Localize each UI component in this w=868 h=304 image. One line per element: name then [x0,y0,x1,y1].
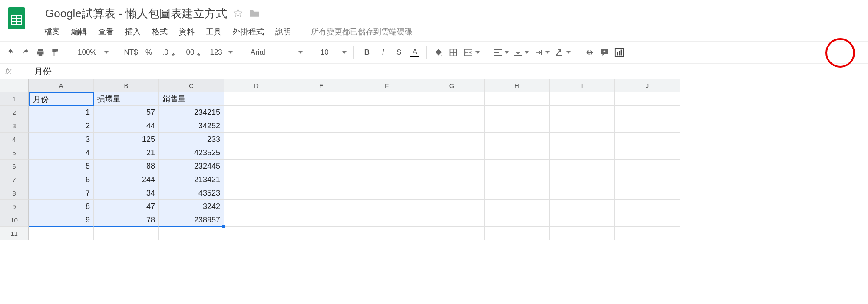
cell[interactable] [485,106,550,119]
cell[interactable] [419,146,485,160]
cell[interactable] [485,119,550,133]
save-status[interactable]: 所有變更都已儲存到雲端硬碟 [311,26,413,37]
cell[interactable] [550,146,615,160]
zoom-dropdown[interactable]: 100% [72,45,111,60]
cell[interactable] [354,200,419,213]
number-format-dropdown[interactable]: 123 [204,45,235,60]
menu-item[interactable]: 插入 [125,26,141,37]
formula-input[interactable]: 月份 [34,65,52,77]
cell[interactable] [354,133,419,146]
cell[interactable] [419,213,485,227]
cell[interactable]: 44 [94,119,159,133]
cell[interactable]: 6 [29,173,94,186]
cell[interactable] [289,133,354,146]
cell[interactable] [354,146,419,160]
italic-button[interactable]: I [376,45,390,60]
bold-button[interactable]: B [358,45,376,60]
menu-item[interactable]: 外掛程式 [233,26,264,37]
insert-chart-button[interactable] [612,45,627,60]
menu-item[interactable]: 資料 [179,26,195,37]
cell[interactable]: 5 [29,160,94,173]
cell[interactable] [485,160,550,173]
vertical-align-button[interactable] [512,45,531,60]
redo-button[interactable] [18,45,33,60]
column-header[interactable]: G [419,79,485,92]
star-icon[interactable] [233,8,243,19]
cell[interactable] [419,119,485,133]
insert-link-button[interactable] [582,45,597,60]
cell[interactable] [224,160,289,173]
cell[interactable] [354,92,419,106]
cell[interactable] [224,200,289,213]
cell[interactable] [615,133,680,146]
cell[interactable]: 234215 [159,106,224,119]
cell[interactable] [354,213,419,227]
cell[interactable] [224,146,289,160]
cell[interactable]: 423525 [159,146,224,160]
cell[interactable] [550,186,615,200]
cell[interactable] [224,173,289,186]
menu-item[interactable]: 編輯 [71,26,87,37]
cell[interactable] [94,227,159,240]
cell[interactable] [550,227,615,240]
cell[interactable]: 78 [94,213,159,227]
font-size-dropdown[interactable]: 10 [314,45,349,60]
cell[interactable]: 57 [94,106,159,119]
print-button[interactable] [33,45,48,60]
cell[interactable]: 3242 [159,200,224,213]
row-header[interactable]: 6 [0,160,29,173]
cell[interactable] [485,146,550,160]
cell[interactable] [615,106,680,119]
cell[interactable]: 34252 [159,119,224,133]
merge-cells-button[interactable] [461,45,482,60]
cell[interactable] [419,173,485,186]
cell[interactable] [485,200,550,213]
cell[interactable]: 238957 [159,213,224,227]
font-family-dropdown[interactable]: Arial [244,45,305,60]
cell[interactable] [354,186,419,200]
column-header[interactable]: I [550,79,615,92]
menu-item[interactable]: 工具 [206,26,221,37]
decrease-decimal-button[interactable]: .0 [156,45,178,60]
cell[interactable] [289,213,354,227]
column-header[interactable]: D [224,79,289,92]
paint-format-button[interactable] [48,45,63,60]
cell[interactable] [550,92,615,106]
cell[interactable] [224,133,289,146]
row-header[interactable]: 1 [0,92,29,106]
column-header[interactable]: F [354,79,419,92]
cell[interactable] [289,227,354,240]
cell[interactable]: 213421 [159,173,224,186]
undo-button[interactable] [3,45,18,60]
cell[interactable]: 88 [94,160,159,173]
cell[interactable] [615,227,680,240]
column-header[interactable]: B [94,79,159,92]
cell[interactable] [550,106,615,119]
row-header[interactable]: 8 [0,186,29,200]
text-wrap-button[interactable] [531,45,552,60]
increase-decimal-button[interactable]: .00 [178,45,204,60]
cell[interactable] [615,146,680,160]
cell[interactable] [485,213,550,227]
column-header[interactable]: E [289,79,354,92]
row-header[interactable]: 5 [0,146,29,160]
cell[interactable] [289,173,354,186]
cell[interactable]: 47 [94,200,159,213]
cell[interactable] [485,92,550,106]
cell[interactable]: 232445 [159,160,224,173]
text-rotation-button[interactable] [552,45,573,60]
selection-handle[interactable] [222,225,225,228]
cell[interactable] [419,160,485,173]
cell[interactable] [224,186,289,200]
cell[interactable] [224,213,289,227]
cell[interactable] [224,92,289,106]
cell[interactable] [550,160,615,173]
cell[interactable] [615,92,680,106]
column-header[interactable]: C [159,79,224,92]
cell[interactable] [289,106,354,119]
cell[interactable]: 3 [29,133,94,146]
cell[interactable] [224,119,289,133]
cell[interactable] [159,227,224,240]
cell[interactable]: 244 [94,173,159,186]
currency-button[interactable]: NT$ [120,45,141,60]
